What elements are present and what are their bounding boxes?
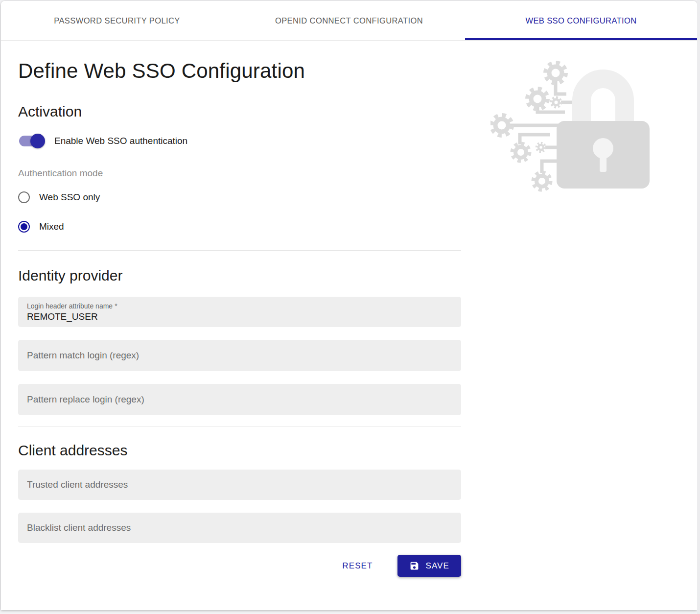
save-button-label: SAVE bbox=[426, 561, 450, 571]
gear-icon bbox=[491, 115, 512, 136]
page-title: Define Web SSO Configuration bbox=[18, 59, 461, 83]
gear-icon bbox=[551, 97, 561, 107]
login-header-attribute-input[interactable] bbox=[27, 311, 452, 322]
trusted-client-addresses-input[interactable] bbox=[27, 479, 452, 490]
gear-icon bbox=[527, 89, 548, 109]
section-divider bbox=[18, 426, 461, 426]
blacklist-client-addresses-field[interactable] bbox=[18, 513, 461, 543]
reset-button[interactable]: RESET bbox=[338, 556, 376, 576]
login-header-attribute-field[interactable]: Login header attribute name* bbox=[18, 297, 461, 327]
pattern-match-login-field[interactable] bbox=[18, 340, 461, 371]
pattern-match-login-input[interactable] bbox=[27, 350, 452, 361]
tab-web-sso-configuration[interactable]: WEB SSO CONFIGURATION bbox=[465, 1, 697, 40]
pattern-replace-login-field[interactable] bbox=[18, 384, 461, 415]
trusted-client-addresses-field[interactable] bbox=[18, 470, 461, 500]
scrollbar[interactable] bbox=[697, 0, 700, 614]
radio-label: Mixed bbox=[39, 221, 64, 232]
gear-icon bbox=[512, 143, 530, 161]
radio-web-sso-only[interactable]: Web SSO only bbox=[18, 191, 461, 203]
padlock-icon bbox=[557, 79, 650, 189]
lock-and-gears-illustration bbox=[490, 52, 696, 199]
radio-label: Web SSO only bbox=[39, 192, 100, 203]
tab-bar: PASSWORD SECURITY POLICY OPENID CONNECT … bbox=[1, 1, 697, 41]
gear-icon bbox=[533, 172, 551, 190]
form-actions: RESET SAVE bbox=[18, 555, 461, 577]
toggle-thumb bbox=[30, 134, 45, 148]
toggle-label: Enable Web SSO authentication bbox=[54, 136, 187, 146]
tab-password-security-policy[interactable]: PASSWORD SECURITY POLICY bbox=[1, 1, 233, 40]
pattern-replace-login-input[interactable] bbox=[27, 394, 452, 405]
save-icon bbox=[409, 561, 420, 571]
activation-heading: Activation bbox=[18, 103, 461, 120]
gear-icon bbox=[545, 63, 566, 83]
field-label: Login header attribute name* bbox=[27, 302, 452, 310]
radio-mixed[interactable]: Mixed bbox=[18, 221, 461, 233]
circuit-lines bbox=[510, 79, 572, 173]
settings-card: PASSWORD SECURITY POLICY OPENID CONNECT … bbox=[1, 1, 697, 610]
radio-button-icon bbox=[18, 191, 30, 203]
radio-button-icon-selected bbox=[18, 221, 30, 233]
section-divider bbox=[18, 250, 461, 251]
blacklist-client-addresses-input[interactable] bbox=[27, 522, 452, 533]
web-sso-form: Define Web SSO Configuration Activation … bbox=[18, 41, 461, 577]
client-addresses-heading: Client addresses bbox=[18, 442, 461, 459]
enable-web-sso-toggle-row: Enable Web SSO authentication bbox=[18, 136, 461, 146]
required-asterisk: * bbox=[115, 302, 117, 310]
tab-openid-connect-configuration[interactable]: OPENID CONNECT CONFIGURATION bbox=[233, 1, 465, 40]
authentication-mode-label: Authentication mode bbox=[18, 168, 461, 179]
web-sso-toggle[interactable] bbox=[19, 136, 43, 146]
identity-provider-heading: Identity provider bbox=[18, 267, 461, 284]
gear-icon bbox=[537, 143, 545, 152]
save-button[interactable]: SAVE bbox=[397, 555, 462, 577]
